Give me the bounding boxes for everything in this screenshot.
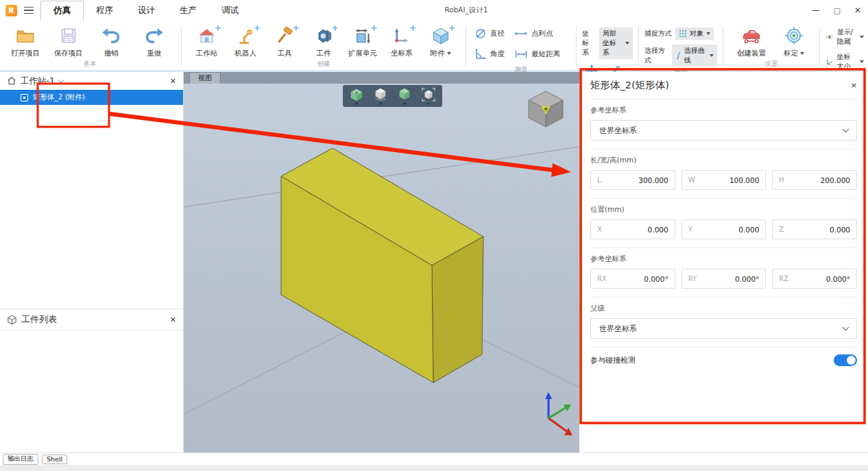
coord-mode-value: 局部坐标系 — [603, 29, 623, 58]
shadow-view-button[interactable] — [373, 87, 388, 105]
show-hide-label: 显示/隐藏 — [837, 27, 856, 47]
collision-toggle[interactable] — [834, 354, 857, 366]
status-strip — [0, 465, 868, 471]
ref-coord-select[interactable]: 世界坐标系 — [590, 120, 857, 141]
cube-plus-icon: + — [431, 25, 451, 46]
tab-design[interactable]: 设计 — [125, 1, 167, 21]
select-mode-dropdown[interactable]: 选择曲线 — [672, 45, 717, 67]
robot-button[interactable]: + 机器人 — [226, 23, 265, 58]
title-bar: R 仿真 程序 设计 生产 调试 RobAI_设计1 — ▢ ✕ — [0, 0, 868, 21]
show-hide-button[interactable]: 显示/隐藏 — [825, 27, 864, 47]
panel-close-icon[interactable]: × — [851, 81, 857, 90]
undo-icon — [101, 25, 121, 46]
calibration-label: 标定 — [784, 49, 804, 58]
rz-field[interactable]: RZ0.000° — [772, 269, 857, 289]
parent-value: 世界坐标系 — [599, 324, 637, 334]
tree-item-label: 矩形体_2 (附件) — [33, 93, 85, 102]
angle-button[interactable]: 角度 — [474, 48, 505, 60]
height-field[interactable]: H200.000 — [772, 170, 857, 190]
diameter-button[interactable]: 直径 — [474, 27, 505, 40]
solid-view-button[interactable] — [397, 87, 412, 105]
redo-button[interactable]: 重做 — [134, 23, 174, 58]
width-field[interactable]: W100.000 — [682, 170, 767, 190]
point-to-point-button[interactable]: 点到点 — [514, 27, 560, 40]
close-workpiece-list-icon[interactable]: ✕ — [170, 315, 176, 324]
house-plus-icon: + — [196, 25, 217, 46]
tab-debug[interactable]: 调试 — [209, 1, 251, 21]
tab-production[interactable]: 生产 — [167, 1, 209, 21]
z-field[interactable]: Z0.000 — [772, 219, 857, 239]
hamburger-menu-icon[interactable] — [24, 7, 34, 14]
viewport-tab-view[interactable]: 视图 — [189, 72, 221, 84]
parent-label: 父级 — [590, 304, 857, 313]
workpiece-list-title[interactable]: 工件列表 — [21, 313, 57, 326]
open-project-label: 打开项目 — [11, 49, 40, 58]
station-title[interactable]: 工作站-1 — [21, 75, 55, 87]
navigation-cube[interactable] — [523, 86, 568, 131]
calibration-button[interactable]: 标定 — [775, 23, 813, 58]
shortest-distance-button[interactable]: 最短距离 — [514, 48, 560, 60]
close-button[interactable]: ✕ — [854, 6, 861, 14]
tool-button[interactable]: + 工具 — [265, 23, 304, 58]
workpiece-list-panel: 工件列表 ✕ — [0, 309, 183, 330]
attachment-label: 附件 — [431, 49, 451, 58]
scene-canvas — [184, 84, 579, 452]
collision-row: 参与碰撞检测 — [590, 347, 857, 373]
ry-field[interactable]: RY0.000° — [682, 269, 767, 289]
minimize-button[interactable]: — — [812, 6, 820, 14]
ribbon-toolbar: 打开项目 保存项目 撤销 重做 基本 — [0, 21, 868, 72]
snap-mode-label: 捕捉方式 — [644, 29, 672, 38]
fit-view-button[interactable] — [421, 87, 436, 105]
app-logo-icon[interactable]: R — [5, 5, 17, 16]
workstation-button[interactable]: + 工作站 — [187, 23, 226, 58]
viewport-tab-bar: 视图 — [184, 72, 579, 84]
y-field[interactable]: Y0.000 — [682, 219, 767, 239]
folder-icon — [15, 25, 36, 46]
create-device-button[interactable]: 创建装置 — [730, 23, 773, 58]
coordinate-size-button[interactable]: 坐标大小 — [825, 52, 864, 71]
length-field[interactable]: L300.000 — [590, 170, 675, 190]
tree-item-rectangle[interactable]: 矩形体_2 (附件) — [0, 90, 183, 105]
chevron-down-icon[interactable] — [58, 77, 64, 82]
rotation-label: 参考坐标系 — [590, 254, 857, 264]
coord-mode-dropdown[interactable]: 局部坐标系 — [599, 27, 633, 59]
shortest-distance-icon — [514, 48, 528, 60]
parent-section: 父级 世界坐标系 — [590, 297, 857, 347]
parent-select[interactable]: 世界坐标系 — [590, 318, 857, 339]
tab-simulation[interactable]: 仿真 — [40, 1, 84, 21]
tab-program[interactable]: 程序 — [84, 1, 125, 21]
extension-unit-button[interactable]: + 扩展单元 — [343, 23, 382, 58]
output-log-tab[interactable]: 输出日志 — [3, 454, 38, 465]
close-panel-icon[interactable]: ✕ — [170, 77, 176, 86]
redo-label: 重做 — [147, 49, 161, 58]
shortest-distance-label: 最短距离 — [531, 49, 560, 59]
tool-label: 工具 — [278, 49, 292, 58]
snap-mode-dropdown[interactable]: 对象 — [675, 27, 714, 40]
select-mode-value: 选择曲线 — [684, 46, 707, 65]
workpiece-label: 工件 — [317, 49, 331, 58]
x-field[interactable]: X0.000 — [590, 219, 675, 239]
open-project-button[interactable]: 打开项目 — [5, 23, 45, 58]
dimensions-section: 长/宽/高(mm) L300.000 W100.000 H200.000 — [590, 149, 857, 198]
undo-button[interactable]: 撤销 — [91, 23, 131, 58]
isometric-cube-icon — [349, 87, 364, 102]
extension-unit-label: 扩展单元 — [348, 49, 377, 58]
dropdown-caret-icon — [447, 52, 451, 55]
save-project-button[interactable]: 保存项目 — [49, 23, 88, 58]
car-icon — [741, 25, 762, 46]
shell-tab[interactable]: Shell — [42, 455, 67, 464]
robot-label: 机器人 — [235, 49, 257, 58]
robot-arm-icon: + — [235, 25, 256, 46]
isometric-view-button[interactable] — [349, 87, 364, 105]
attachment-button[interactable]: + 附件 — [421, 23, 460, 58]
maximize-button[interactable]: ▢ — [834, 7, 841, 14]
axes-triad — [545, 392, 572, 435]
coordinate-system-button[interactable]: + 坐标系 — [382, 23, 421, 58]
yellow-box-3d — [281, 148, 483, 383]
rx-field[interactable]: RX0.000° — [590, 269, 675, 289]
viewport-3d[interactable]: 视图 — [184, 72, 579, 452]
workpiece-button[interactable]: + 工件 — [304, 23, 343, 58]
eye-icon — [825, 32, 834, 42]
group-label-basic: 基本 — [4, 59, 176, 70]
coord-mode-label: 坐标系 — [582, 29, 596, 58]
